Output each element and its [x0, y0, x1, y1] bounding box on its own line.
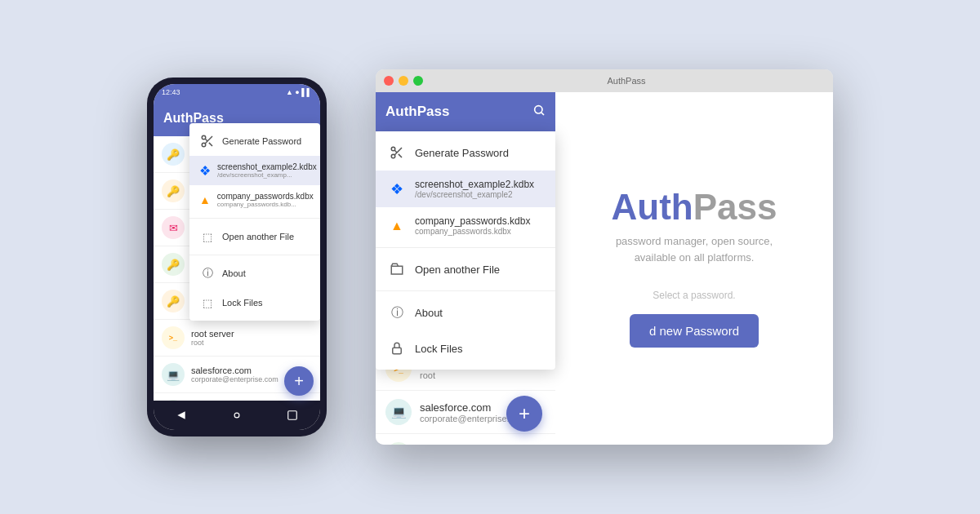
app-titlebar: AuthPass	[376, 69, 833, 92]
phone-dd-openfile-label: Open another File	[222, 232, 294, 241]
phone-dd-company-sub: company_passwords.kdb...	[217, 201, 314, 208]
phone-dd-company[interactable]: ▲ company_passwords.kdbx company_passwor…	[189, 185, 320, 215]
svg-marker-5	[177, 411, 185, 419]
pc-icon: 💻	[162, 363, 185, 386]
lock-icon: ⬚	[199, 295, 216, 311]
svg-point-10	[391, 147, 395, 151]
app-fab-button[interactable]: +	[506, 396, 542, 432]
info-icon: ⓘ	[387, 303, 407, 322]
scissors-icon	[199, 133, 216, 149]
phone-dd-generate[interactable]: Generate Password	[189, 126, 320, 156]
cloud-icon: ▲	[387, 216, 407, 236]
mail-icon: ✉	[162, 216, 185, 239]
phone-header-area: AuthPass Generate Password	[154, 100, 320, 136]
dropbox-icon: ❖	[387, 179, 407, 199]
app-sidebar-header: AuthPass	[376, 92, 555, 131]
app-dd-openfile[interactable]: Open another File	[376, 251, 555, 287]
app-dd-company[interactable]: ▲ company_passwords.kdbx company_passwor…	[376, 207, 555, 244]
key-icon: 🔑	[162, 179, 185, 202]
nav-back-button[interactable]	[172, 405, 191, 425]
key-icon: 🔑	[162, 143, 185, 166]
phone-dd-divider1	[189, 218, 320, 219]
window-title: AuthPass	[428, 76, 825, 86]
svg-line-4	[205, 139, 207, 141]
window-close-button[interactable]	[384, 76, 394, 86]
svg-line-14	[394, 150, 397, 153]
window-minimize-button[interactable]	[399, 76, 408, 86]
dropbox-icon: ❖	[199, 162, 211, 179]
search-icon[interactable]	[532, 104, 546, 121]
svg-point-8	[535, 105, 542, 113]
phone-dd-screenshot-title: screenshot_example2.kdbx	[217, 162, 317, 171]
app-dd-screenshot-sub: /dev/screenshot_example2	[415, 190, 534, 199]
nav-home-button[interactable]	[227, 405, 247, 425]
lock-icon	[387, 339, 407, 358]
app-dd-lock[interactable]: Lock Files	[376, 330, 555, 366]
svg-point-1	[202, 143, 206, 147]
bubble-icon: 💬	[385, 442, 412, 445]
app-brand-pass: Pass	[693, 187, 777, 227]
phone-dd-divider2	[189, 255, 320, 255]
app-dd-divider2	[376, 290, 555, 291]
phone-fab-button[interactable]: +	[284, 366, 314, 396]
key-icon: 🔑	[162, 290, 185, 312]
app-dd-generate[interactable]: Generate Password	[376, 135, 555, 171]
svg-rect-7	[288, 411, 297, 420]
app-dd-openfile-label: Open another File	[415, 264, 500, 276]
svg-rect-15	[393, 348, 402, 354]
scissors-icon	[387, 143, 407, 162]
desktop-app: AuthPass AuthPass	[376, 69, 833, 445]
new-password-button[interactable]: d new Password	[630, 314, 759, 348]
app-select-hint: Select a password.	[653, 290, 735, 301]
svg-line-9	[541, 113, 544, 115]
app-dd-about[interactable]: ⓘ About	[376, 295, 555, 330]
window-maximize-button[interactable]	[413, 76, 423, 86]
list-item[interactable]: >_ root server root	[154, 320, 320, 357]
app-dd-generate-label: Generate Password	[415, 147, 509, 159]
app-dd-screenshot-title: screenshot_example2.kdbx	[415, 179, 534, 190]
phone-status-icons: ▲ ● ▌▌	[286, 88, 312, 96]
list-item[interactable]: 💬 WhatsApp 09003184736	[376, 434, 555, 445]
phone-dd-screenshot-sub: /dev/screenshot_examp...	[217, 171, 317, 179]
app-main-content: AuthPass password manager, open source,a…	[555, 92, 833, 445]
phone-dd-lock-label: Lock Files	[222, 298, 263, 308]
cloud-icon: ▲	[199, 192, 211, 208]
phone-dd-about-label: About	[222, 268, 246, 278]
phone-dd-screenshot[interactable]: ❖ screenshot_example2.kdbx /dev/screensh…	[189, 156, 320, 185]
phone-dropdown-menu: Generate Password ❖ screenshot_example2.…	[189, 123, 320, 321]
phone-nav-bar	[154, 401, 320, 430]
svg-point-11	[391, 154, 395, 158]
sidebar-title: AuthPass	[385, 104, 449, 120]
phone-dd-about[interactable]: ⓘ About	[189, 259, 320, 288]
phone-status-bar: 12:43 ▲ ● ▌▌	[154, 84, 320, 100]
scene: 12:43 ▲ ● ▌▌ AuthPass	[147, 69, 833, 445]
folder-icon	[387, 259, 407, 279]
info-icon: ⓘ	[199, 265, 216, 281]
phone-dd-company-title: company_passwords.kdbx	[217, 192, 314, 201]
app-dd-company-sub: company_passwords.kdbx	[415, 227, 530, 236]
phone-dd-openfile[interactable]: ⬚ Open another File	[189, 222, 320, 251]
svg-line-3	[209, 143, 212, 146]
phone-dd-generate-label: Generate Password	[222, 136, 301, 146]
app-dd-lock-label: Lock Files	[415, 343, 463, 355]
app-dd-about-label: About	[415, 307, 443, 319]
key-icon: 🔑	[162, 253, 185, 276]
svg-line-13	[399, 154, 402, 157]
folder-icon: ⬚	[199, 228, 216, 245]
pc-icon: 💻	[385, 399, 412, 425]
mobile-phone: 12:43 ▲ ● ▌▌ AuthPass	[147, 78, 327, 436]
app-dd-company-title: company_passwords.kdbx	[415, 215, 530, 227]
svg-point-0	[202, 135, 206, 140]
terminal-icon: >_	[162, 326, 185, 349]
app-dd-screenshot[interactable]: ❖ screenshot_example2.kdbx /dev/screensh…	[376, 171, 555, 207]
app-sidebar: AuthPass	[376, 92, 555, 445]
phone-dd-lock[interactable]: ⬚ Lock Files	[189, 288, 320, 317]
app-main-subtitle: password manager, open source,available …	[616, 233, 773, 265]
phone-screen: 12:43 ▲ ● ▌▌ AuthPass	[154, 84, 320, 430]
app-brand-auth: Auth	[612, 187, 693, 227]
phone-time: 12:43	[162, 88, 180, 96]
app-dd-divider1	[376, 247, 555, 248]
app-brand-title: AuthPass	[612, 189, 777, 225]
nav-recents-button[interactable]	[283, 405, 302, 425]
app-body: AuthPass	[376, 92, 833, 445]
